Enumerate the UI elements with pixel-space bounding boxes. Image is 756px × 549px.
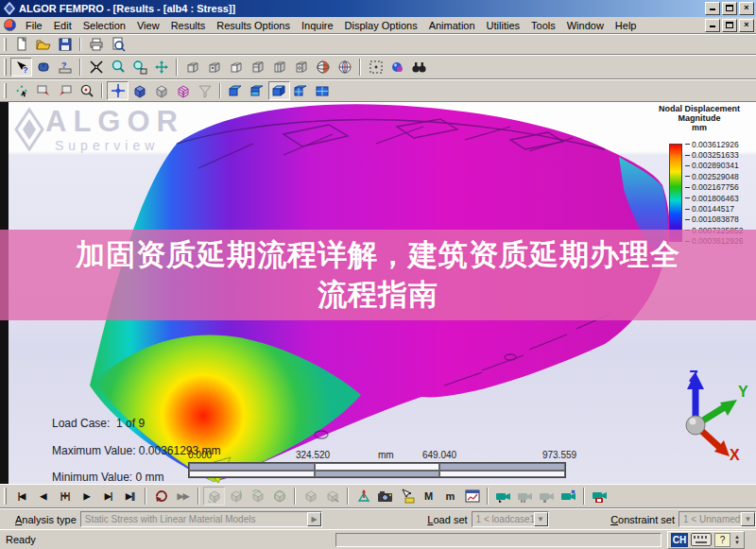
menu-item[interactable]: Display Options: [339, 18, 423, 33]
zoom-extents-button[interactable]: [76, 81, 97, 100]
next-load-case-button[interactable]: ▶|: [97, 487, 119, 506]
menu-bar: FileEditSelectionViewResultsResults Opti…: [0, 17, 756, 34]
select-vertices-button[interactable]: [181, 58, 203, 77]
next-view-button[interactable]: [54, 81, 76, 100]
combo-arrow-icon[interactable]: ▼: [534, 512, 548, 526]
open-box-icon: [207, 60, 222, 74]
select-surfaces-button[interactable]: [225, 58, 247, 77]
select-nodes-button[interactable]: [290, 58, 312, 77]
animation-settings-button[interactable]: [558, 487, 579, 506]
graph-results-button[interactable]: [461, 487, 483, 506]
snapshot-button[interactable]: [374, 487, 396, 506]
preset-view-5-button[interactable]: [312, 81, 334, 100]
language-indicator[interactable]: CH: [671, 533, 688, 547]
zoom-window-button[interactable]: [129, 58, 150, 77]
magnifier-target-icon: [79, 83, 94, 98]
find-button[interactable]: [408, 58, 430, 77]
view-rotate-button[interactable]: [334, 58, 355, 77]
orbit-button[interactable]: [387, 58, 408, 77]
show-origin-button[interactable]: [107, 81, 129, 100]
select-elements-button[interactable]: [268, 58, 290, 77]
menu-item[interactable]: Animation: [423, 18, 481, 33]
result-legend: Nodal Displacement Magnitude mm 0.003612…: [646, 104, 752, 132]
menu-item[interactable]: Tools: [525, 18, 561, 33]
keyboard-layout-icon[interactable]: [691, 533, 712, 546]
view-isometric-button[interactable]: [312, 58, 334, 77]
show-minimum-button[interactable]: m: [439, 487, 461, 506]
preset-view-4-button[interactable]: [290, 81, 312, 100]
print-preview-button[interactable]: [107, 35, 129, 54]
save-button[interactable]: [54, 35, 76, 54]
filter-results-button[interactable]: [194, 81, 215, 100]
mesh-view-button[interactable]: [172, 81, 194, 100]
layer-box-icon: [228, 84, 244, 97]
select-parts-button[interactable]: [247, 58, 268, 77]
select-region-button[interactable]: [365, 58, 387, 77]
mdi-restore-button[interactable]: [722, 19, 737, 32]
show-maximum-button[interactable]: M: [418, 487, 439, 506]
menu-item[interactable]: Results Options: [211, 18, 296, 33]
load-set-combo[interactable]: 1 < loadcase1 > ▼: [472, 511, 549, 527]
ruler-tick-label: 0.000: [188, 450, 212, 460]
combo-arrow-icon[interactable]: ▶: [307, 512, 321, 526]
language-bar-options-icon[interactable]: ▲▼: [733, 534, 741, 545]
document-icon[interactable]: [4, 19, 16, 31]
preset-view-2-button[interactable]: [247, 81, 268, 100]
last-load-case-button[interactable]: ▶||: [119, 487, 141, 506]
rotate-z-button[interactable]: [247, 487, 268, 506]
probe-button[interactable]: [352, 487, 374, 506]
mdi-minimize-button[interactable]: [705, 19, 720, 32]
mdi-close-button[interactable]: ×: [739, 19, 754, 32]
current-load-case-button[interactable]: |✛|: [54, 487, 76, 506]
combo-arrow-icon[interactable]: ▼: [741, 512, 755, 526]
mouse-options-button[interactable]: [32, 58, 54, 77]
zoom-in-button[interactable]: [107, 58, 129, 77]
open-file-button[interactable]: [32, 35, 54, 54]
move-view-button[interactable]: [10, 81, 32, 100]
pause-avi-button[interactable]: [514, 487, 536, 506]
analysis-type-combo[interactable]: Static Stress with Linear Material Model…: [80, 511, 322, 527]
menu-item[interactable]: Inquire: [296, 18, 339, 33]
rotate-x-button[interactable]: [203, 487, 225, 506]
inquire-pointer-button[interactable]: [396, 487, 418, 506]
menu-item[interactable]: Edit: [48, 18, 77, 33]
menu-item[interactable]: Help: [610, 18, 643, 33]
previous-view-button[interactable]: [32, 81, 54, 100]
save-animation-button[interactable]: [589, 487, 610, 506]
minimize-button[interactable]: [705, 2, 720, 15]
preset-view-1-button[interactable]: [225, 81, 247, 100]
menu-item[interactable]: View: [131, 18, 165, 33]
ime-help-icon[interactable]: ?: [714, 533, 730, 547]
menu-item[interactable]: Results: [165, 18, 212, 33]
break-surface-button[interactable]: [85, 58, 107, 77]
fast-forward-button[interactable]: ▶▶: [172, 487, 194, 506]
rotate-y-button[interactable]: [225, 487, 247, 506]
results-viewport[interactable]: ALGOR Superview: [0, 102, 756, 484]
shaded-view-button[interactable]: [129, 81, 150, 100]
close-button[interactable]: ×: [739, 2, 754, 15]
first-load-case-button[interactable]: |◀: [10, 487, 32, 506]
previous-load-case-button[interactable]: ◀: [32, 487, 54, 506]
menu-item[interactable]: Window: [561, 18, 610, 33]
maximize-button[interactable]: [722, 2, 737, 15]
pan-button[interactable]: [150, 58, 172, 77]
toolbar-view: ? ?: [0, 55, 756, 79]
print-button[interactable]: [85, 35, 107, 54]
context-help-button[interactable]: ?: [54, 58, 76, 77]
select-pointer-button[interactable]: ?: [10, 58, 32, 77]
animate-shape-button[interactable]: [300, 487, 321, 506]
menu-item[interactable]: Utilities: [481, 18, 525, 33]
new-file-button[interactable]: [10, 35, 32, 54]
loop-animation-button[interactable]: [150, 487, 172, 506]
constraint-set-combo[interactable]: 1 < Unnamed > ▼: [679, 511, 756, 527]
select-edges-button[interactable]: [203, 58, 225, 77]
menu-item[interactable]: Selection: [77, 18, 131, 33]
play-animation-button[interactable]: ▶: [76, 487, 97, 506]
record-avi-button[interactable]: [492, 487, 514, 506]
preset-view-3-button[interactable]: [268, 81, 290, 100]
animate-displaced-button[interactable]: [321, 487, 343, 506]
stop-avi-button[interactable]: [536, 487, 558, 506]
rotate-free-button[interactable]: [268, 487, 290, 506]
wireframe-view-button[interactable]: [150, 81, 172, 100]
menu-item[interactable]: File: [20, 18, 48, 33]
